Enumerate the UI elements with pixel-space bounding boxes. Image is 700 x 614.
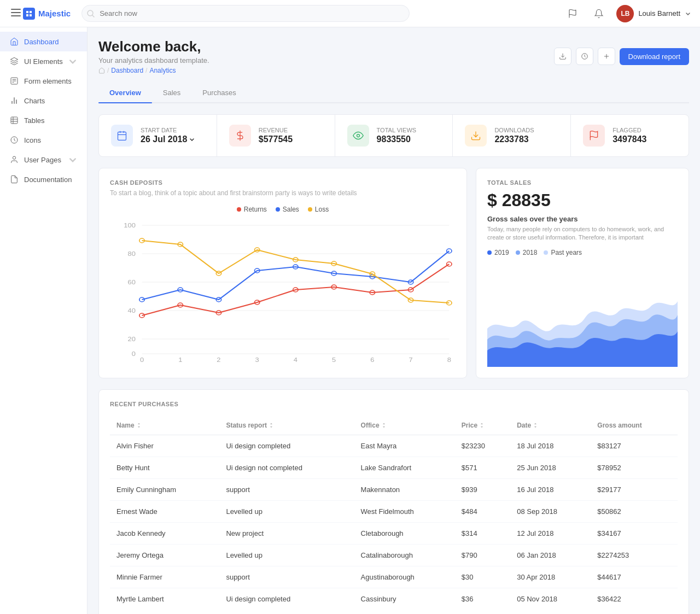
- cell-name: Jacob Kennedy: [110, 522, 219, 544]
- sales-dot: [276, 207, 280, 212]
- sidebar: Dashboard UI Elements: [0, 27, 88, 614]
- download-report-button[interactable]: Download report: [620, 48, 689, 65]
- sidebar-item-icons-label: Icons: [24, 136, 77, 144]
- label-past-years: Past years: [551, 249, 582, 256]
- download-icon-button[interactable]: [554, 48, 571, 65]
- col-header-price: Price: [455, 416, 510, 435]
- avatar-initials: LB: [621, 10, 629, 17]
- search-bar: [81, 5, 410, 22]
- dot-past-years: [544, 250, 548, 255]
- stat-card-downloads: Downloads 2233783: [453, 115, 571, 156]
- chart-icon: [10, 96, 19, 105]
- breadcrumb-dashboard[interactable]: Dashboard: [111, 67, 143, 74]
- chevron-down-icon-2: [68, 155, 77, 164]
- legend-2019: 2019: [487, 249, 509, 256]
- calendar-icon: [111, 125, 133, 147]
- legend-sales: Sales: [276, 206, 299, 213]
- cell-name: Minnie Farmer: [110, 566, 219, 588]
- cell-gross: $2274253: [591, 544, 678, 566]
- hamburger-button[interactable]: [9, 7, 23, 20]
- user-chevron-icon: [685, 10, 691, 17]
- cell-gross: $36422: [591, 588, 678, 610]
- download-stat-icon: [465, 125, 487, 147]
- svg-text:20: 20: [127, 336, 136, 343]
- add-icon-button[interactable]: [598, 48, 615, 65]
- svg-text:8: 8: [447, 356, 452, 362]
- chevron-down-icon-date: [189, 137, 195, 142]
- stat-card-start-date: Start date 26 Jul 2018: [99, 115, 217, 156]
- page-header: Welcome back, Your analytics dashboard t…: [98, 38, 689, 74]
- icons-icon: [10, 136, 19, 144]
- cell-date: 06 Jan 2018: [510, 544, 591, 566]
- cell-price: $36: [455, 588, 510, 610]
- cell-status: Ui design completed: [219, 435, 354, 457]
- sidebar-item-tables[interactable]: Tables: [0, 110, 87, 130]
- sidebar-item-charts[interactable]: Charts: [0, 91, 87, 110]
- total-sales-chart-title: TOTAL SALES: [487, 179, 678, 186]
- total-sales-amount: $ 28835: [487, 190, 678, 210]
- cell-name: Myrtle Lambert: [110, 588, 219, 610]
- line-chart: 100 80 60 40 20 0 0 1 2 3 4 5: [110, 220, 456, 362]
- cell-office: West Fidelmouth: [354, 500, 455, 522]
- stat-cards: Start date 26 Jul 2018: [98, 114, 689, 157]
- user-info[interactable]: LB Louis Barnett: [616, 5, 691, 22]
- tab-purchases[interactable]: Purchases: [191, 83, 247, 102]
- sidebar-item-tables-label: Tables: [24, 116, 77, 125]
- table-icon: [10, 116, 19, 125]
- logo[interactable]: Majestic: [23, 8, 71, 20]
- cell-price: $314: [455, 522, 510, 544]
- svg-text:80: 80: [127, 250, 136, 258]
- sidebar-item-doc-label: Documentation: [24, 176, 77, 184]
- tab-overview[interactable]: Overview: [98, 83, 152, 102]
- cell-price: $23230: [455, 435, 510, 457]
- stat-card-flagged: Flagged 3497843: [571, 115, 689, 156]
- search-input[interactable]: [81, 5, 410, 22]
- cell-office: East Mayra: [354, 435, 455, 457]
- cell-status: support: [219, 478, 354, 500]
- cell-date: 08 Sep 2018: [510, 500, 591, 522]
- sidebar-item-ui-elements[interactable]: UI Elements: [0, 51, 87, 71]
- chevron-down-icon: [68, 57, 77, 66]
- cell-status: Ui design not completed: [219, 457, 354, 478]
- cell-price: $939: [455, 478, 510, 500]
- stat-flagged-value: 3497843: [612, 135, 646, 144]
- cell-office: Agustinaborough: [354, 566, 455, 588]
- cash-deposits-card: CASH DEPOSITS To start a blog, think of …: [98, 168, 467, 378]
- sidebar-item-form-label: Form elements: [24, 77, 77, 85]
- sidebar-item-icons[interactable]: Icons: [0, 130, 87, 150]
- chart-legend: Returns Sales Loss: [110, 206, 456, 213]
- svg-text:4: 4: [294, 356, 298, 362]
- sidebar-item-documentation[interactable]: Documentation: [0, 169, 87, 189]
- cell-date: 30 Apr 2018: [510, 566, 591, 588]
- svg-text:100: 100: [124, 222, 136, 229]
- sidebar-item-user-pages[interactable]: User Pages: [0, 150, 87, 169]
- notification-icon-button[interactable]: [590, 5, 608, 22]
- sidebar-item-form-elements[interactable]: Form elements: [0, 71, 87, 91]
- cell-status: Levelled up: [219, 500, 354, 522]
- breadcrumb-analytics: Analytics: [149, 67, 176, 74]
- sort-icon-date: [533, 423, 538, 428]
- col-header-gross: Gross amount: [591, 416, 678, 435]
- flag-icon-button[interactable]: [564, 5, 581, 22]
- tab-sales[interactable]: Sales: [152, 83, 192, 102]
- svg-text:0: 0: [140, 356, 144, 362]
- cell-gross: $29177: [591, 478, 678, 500]
- clock-icon-button[interactable]: [576, 48, 593, 65]
- cell-price: $30: [455, 566, 510, 588]
- svg-rect-1: [11, 12, 21, 13]
- cash-deposits-title: CASH DEPOSITS: [110, 179, 456, 186]
- sort-icon-price: [480, 423, 484, 428]
- form-icon: [10, 77, 19, 85]
- sort-icon-name: [137, 423, 141, 428]
- cell-name: Ernest Wade: [110, 500, 219, 522]
- area-chart: [487, 263, 678, 367]
- cell-gross: $78952: [591, 457, 678, 478]
- sidebar-item-dashboard[interactable]: Dashboard: [0, 32, 87, 51]
- col-header-name: Name: [110, 416, 219, 435]
- stat-flagged-label: Flagged: [612, 127, 646, 133]
- charts-row: CASH DEPOSITS To start a blog, think of …: [98, 168, 689, 378]
- stat-views-value: 9833550: [377, 135, 417, 144]
- total-sales-subtitle: Gross sales over the years: [487, 215, 678, 223]
- page-title: Welcome back,: [98, 38, 209, 55]
- main-layout: Dashboard UI Elements: [0, 27, 700, 614]
